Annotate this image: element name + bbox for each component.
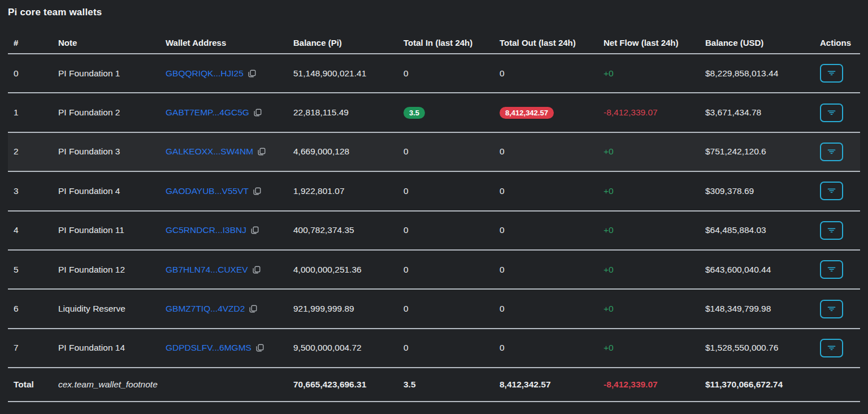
row-actions-button[interactable] [820,339,843,357]
wallet-address-cell: GC5RNDCR...I3BNJ [160,225,288,235]
row-actions-button[interactable] [820,64,843,83]
wallet-address-link[interactable]: GAODAYUB...V55VT [166,186,249,196]
wallet-address-link[interactable]: GBMZ7TIQ...4VZD2 [166,304,245,314]
total-in-value: 3.5 [403,107,425,119]
table-header: # Note Wallet Address Balance (Pi) Total… [8,32,860,54]
filter-icon [827,226,836,235]
row-actions-button[interactable] [820,221,843,240]
row-index: 2 [8,146,53,157]
wallet-note-value: PI Foundation 2 [58,107,120,117]
wallet-address-link[interactable]: GDPDSLFV...6MGMS [166,343,251,353]
copy-icon[interactable] [257,147,266,156]
wallet-note-value: PI Foundation 1 [58,68,120,78]
copy-icon[interactable] [252,265,261,274]
balance-pi-value: 9,500,000,004.72 [293,343,362,352]
wallet-address-link[interactable]: GALKEOXX...SW4NM [166,146,253,157]
row-index: 5 [8,265,53,275]
copy-icon[interactable] [248,69,257,78]
balance-usd-value: $8,229,858,013.44 [705,68,778,78]
row-index-value: 6 [14,304,19,313]
wallet-address-value: GABT7EMP...4GC5G [166,107,249,117]
total-in-cell: 0 [398,265,494,275]
balance-pi-cell: 4,669,000,128 [288,146,398,157]
total-out-value: 0 [500,68,505,78]
copy-icon[interactable] [253,187,262,196]
row-actions-button[interactable] [820,143,843,161]
total-in-cell: 0 [398,343,494,353]
copy-icon[interactable] [253,108,262,117]
total-in-cell: 0 [398,68,494,79]
balance-pi-value: 4,000,000,251.36 [293,265,362,274]
balance-usd-value: $751,242,120.6 [705,146,766,156]
row-actions-button[interactable] [820,104,843,122]
wallet-address-link[interactable]: GB7HLN74...CUXEV [166,265,248,275]
balance-usd-cell: $148,349,799.98 [700,304,814,314]
wallet-note-value: Liquidity Reserve [58,304,125,313]
total-in-cell: 0 [398,146,494,157]
total-in-value: 0 [403,265,409,274]
page: Pi core team wallets # Note Wallet Addre… [0,0,868,402]
total-out-cell: 0 [494,186,598,196]
total-in-cell: 0 [398,304,494,314]
total-out-cell: 0 [494,146,598,157]
balance-pi-cell: 51,148,900,021.41 [288,68,398,79]
total-in-value: 0 [403,304,409,313]
wallet-address-cell: GALKEOXX...SW4NM [160,146,288,157]
actions-cell [814,339,860,357]
filter-icon [827,148,836,156]
row-index-value: 0 [14,68,19,78]
net-flow-value: +0 [604,146,614,156]
copy-icon[interactable] [255,343,264,352]
filter-icon [827,69,836,77]
balance-usd-value: $3,671,434.78 [705,107,761,117]
total-balance-pi: 70,665,423,696.31 [288,380,398,390]
wallet-address-link[interactable]: GBQQRIQK...HJI25 [166,68,244,79]
balance-usd-value: $64,485,884.03 [705,225,766,235]
col-header-total-in: Total In (last 24h) [398,38,494,48]
filter-icon [827,305,836,313]
balance-pi-value: 1,922,801.07 [293,186,345,196]
row-actions-button[interactable] [820,300,843,318]
filter-icon [827,344,836,352]
total-in-value: 0 [403,225,409,235]
net-flow-cell: -8,412,339.07 [598,107,700,118]
net-flow-cell: +0 [598,304,700,314]
wallet-address-link[interactable]: GC5RNDCR...I3BNJ [166,225,246,235]
total-out-value: 0 [500,304,505,313]
row-actions-button[interactable] [820,182,843,200]
filter-icon [827,109,836,117]
copy-icon[interactable] [249,304,258,313]
filter-icon [827,265,836,274]
net-flow-value: -8,412,339.07 [604,107,658,117]
balance-pi-value: 51,148,900,021.41 [293,68,366,78]
table-row: 3 PI Foundation 4 GAODAYUB...V55VT 1,922… [8,172,860,211]
actions-cell [814,221,860,240]
table-row: 4 PI Foundation 11 GC5RNDCR...I3BNJ 400,… [8,212,860,251]
row-index: 4 [8,225,53,235]
balance-pi-cell: 921,999,999.89 [288,304,398,314]
total-out-value: 0 [500,343,505,352]
copy-icon[interactable] [250,226,259,235]
balance-pi-value: 400,782,374.35 [293,225,354,235]
wallet-address-value: GBMZ7TIQ...4VZD2 [166,304,245,313]
table-row: 7 PI Foundation 14 GDPDSLFV...6MGMS 9,50… [8,329,860,368]
wallet-note: PI Foundation 4 [53,186,160,196]
wallet-note: PI Foundation 14 [53,343,160,353]
actions-cell [814,300,860,318]
table-row: 0 PI Foundation 1 GBQQRIQK...HJI25 51,14… [8,54,860,93]
row-actions-button[interactable] [820,260,843,279]
filter-icon [827,187,836,195]
net-flow-value: +0 [604,225,614,235]
wallet-address-link[interactable]: GABT7EMP...4GC5G [166,107,249,118]
total-in-value: 0 [403,343,409,352]
total-out-value: 0 [500,265,505,274]
row-index-value: 5 [14,265,19,274]
balance-pi-cell: 22,818,115.49 [288,107,398,118]
balance-usd-cell: $1,528,550,000.76 [700,343,814,353]
wallet-address-cell: GBMZ7TIQ...4VZD2 [160,304,288,314]
actions-cell [814,143,860,161]
balance-pi-value: 22,818,115.49 [293,107,349,117]
total-out-cell: 0 [494,265,598,275]
wallet-note-value: PI Foundation 12 [58,265,125,274]
balance-usd-value: $309,378.69 [705,186,754,196]
